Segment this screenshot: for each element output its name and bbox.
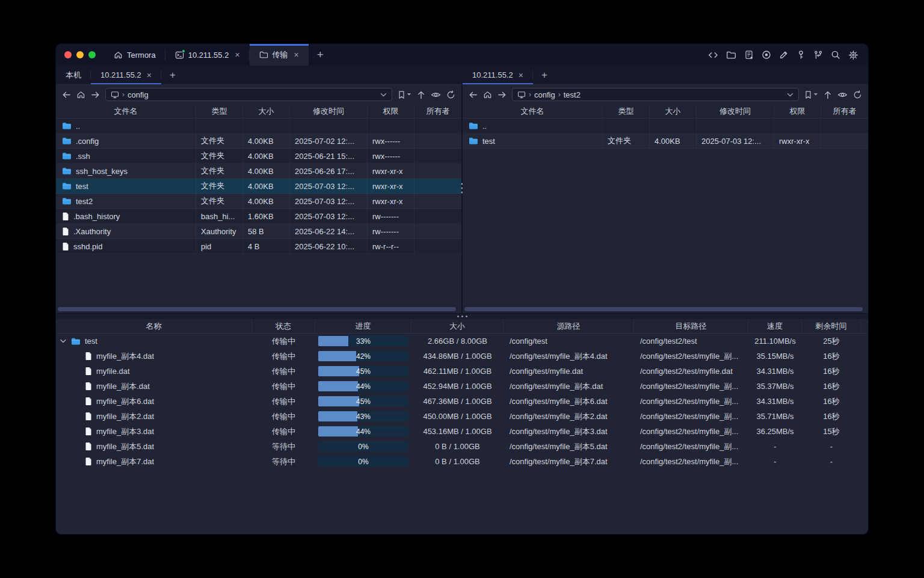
path-segment[interactable]: test2: [564, 90, 581, 99]
table-row[interactable]: ..: [463, 119, 868, 134]
table-row[interactable]: sshd.pid pid 4 B 2025-06-22 10:... rw-r-…: [56, 239, 461, 254]
transfer-row[interactable]: myfile_副本2.dat 传输中 43% 450.00MB / 1.00GB…: [56, 409, 868, 424]
bookmark-icon[interactable]: [398, 90, 405, 99]
transfer-row[interactable]: test 传输中 33% 2.66GB / 8.00GB /config/tes…: [56, 334, 868, 349]
table-row[interactable]: .config 文件夹 4.00KB 2025-07-02 12:... rwx…: [56, 134, 461, 149]
column-header-filename[interactable]: 文件名: [463, 104, 603, 118]
cell-source: /config/test/myfile_副本4.dat: [504, 349, 634, 364]
record-icon[interactable]: [762, 50, 771, 60]
left-horizontal-scrollbar[interactable]: [58, 307, 456, 311]
tab-transfer[interactable]: 传输 ×: [250, 44, 309, 66]
column-header-source[interactable]: 源路径: [504, 319, 634, 333]
expand-chevron-icon[interactable]: [60, 339, 67, 343]
left-path-breadcrumb[interactable]: › config: [105, 88, 392, 101]
table-row[interactable]: test 文件夹 4.00KB 2025-07-03 12:... rwxr-x…: [56, 179, 461, 194]
new-tab-button[interactable]: +: [309, 44, 332, 66]
table-row[interactable]: test 文件夹 4.00KB 2025-07-03 12:... rwxr-x…: [463, 134, 868, 149]
back-icon[interactable]: [62, 91, 71, 99]
column-header-size[interactable]: 大小: [411, 319, 504, 333]
refresh-icon[interactable]: [853, 90, 862, 99]
transfer-splitter[interactable]: [56, 313, 868, 319]
forward-icon[interactable]: [91, 91, 100, 99]
close-tab-icon[interactable]: ×: [147, 70, 152, 80]
column-header-filename[interactable]: 文件名: [56, 104, 196, 118]
log-icon[interactable]: [744, 50, 754, 60]
close-window-button[interactable]: [64, 51, 72, 58]
cell-owner: [821, 134, 868, 149]
show-hidden-eye-icon[interactable]: [837, 91, 848, 99]
minimize-window-button[interactable]: [76, 51, 84, 58]
bookmark-dropdown-icon[interactable]: [407, 93, 411, 96]
chevron-down-icon[interactable]: [380, 93, 387, 97]
table-row[interactable]: test2 文件夹 4.00KB 2025-07-03 12:... rwxr-…: [56, 194, 461, 209]
zoom-window-button[interactable]: [88, 51, 96, 58]
column-header-mtime[interactable]: 修改时间: [697, 104, 774, 118]
refresh-icon[interactable]: [446, 90, 455, 99]
path-segment[interactable]: config: [128, 90, 149, 99]
transfer-row[interactable]: myfile_副本7.dat 等待中 0% 0 B / 1.00GB /conf…: [56, 454, 868, 469]
transfer-row[interactable]: myfile_副本5.dat 等待中 0% 0 B / 1.00GB /conf…: [56, 439, 868, 454]
transfer-row[interactable]: myfile_副本.dat 传输中 44% 452.94MB / 1.00GB …: [56, 379, 868, 394]
cell-perm: rwx------: [368, 134, 414, 149]
column-header-progress[interactable]: 进度: [315, 319, 411, 333]
forward-icon[interactable]: [497, 91, 507, 99]
column-header-size[interactable]: 大小: [650, 104, 697, 118]
bookmark-icon[interactable]: [804, 90, 812, 99]
chevron-down-icon[interactable]: [787, 93, 793, 97]
table-row[interactable]: .bash_history bash_hi... 1.60KB 2025-07-…: [56, 209, 461, 224]
new-panel-tab-button[interactable]: +: [533, 66, 556, 84]
path-segment[interactable]: config: [534, 90, 555, 99]
search-icon[interactable]: [831, 50, 840, 60]
bookmark-dropdown-icon[interactable]: [813, 93, 818, 96]
column-header-owner[interactable]: 所有者: [414, 104, 461, 118]
tab-termora[interactable]: Termora: [104, 44, 165, 66]
folder-icon[interactable]: [726, 51, 736, 60]
tab-remote-10-211-55-2[interactable]: 10.211.55.2 ×: [463, 66, 533, 84]
column-header-mtime[interactable]: 修改时间: [290, 104, 368, 118]
parent-directory-icon[interactable]: [824, 90, 832, 99]
table-row[interactable]: .ssh 文件夹 4.00KB 2025-06-21 15:... rwx---…: [56, 149, 461, 164]
column-header-perm[interactable]: 权限: [368, 104, 414, 118]
back-icon[interactable]: [469, 91, 478, 99]
close-tab-icon[interactable]: ×: [294, 50, 299, 60]
column-header-type[interactable]: 类型: [603, 104, 650, 118]
column-header-name[interactable]: 名称: [56, 319, 252, 333]
file-icon: [62, 212, 69, 221]
new-panel-tab-button[interactable]: +: [161, 66, 184, 84]
edit-icon[interactable]: [779, 50, 789, 60]
tab-remote-10-211-55-2[interactable]: 10.211.55.2 ×: [91, 66, 161, 84]
column-header-eta[interactable]: 剩余时间: [802, 319, 861, 333]
column-header-size[interactable]: 大小: [243, 104, 290, 118]
code-icon[interactable]: [708, 51, 718, 60]
show-hidden-eye-icon[interactable]: [431, 91, 441, 99]
home-icon[interactable]: [76, 90, 85, 99]
cell-target: /config/test2/test: [634, 334, 748, 349]
right-horizontal-scrollbar[interactable]: [464, 307, 863, 311]
cell-size: 462.11MB / 1.00GB: [411, 364, 504, 379]
tab-local[interactable]: 本机: [56, 66, 91, 84]
transfer-row[interactable]: myfile_副本3.dat 传输中 44% 453.16MB / 1.00GB…: [56, 424, 868, 439]
close-tab-icon[interactable]: ×: [235, 50, 239, 60]
transfer-row[interactable]: myfile_副本6.dat 传输中 45% 467.36MB / 1.00GB…: [56, 394, 868, 409]
table-row[interactable]: ssh_host_keys 文件夹 4.00KB 2025-06-26 17:.…: [56, 164, 461, 179]
column-header-target[interactable]: 目标路径: [634, 319, 748, 333]
branch-icon[interactable]: [813, 50, 823, 60]
table-row[interactable]: .Xauthority Xauthority 58 B 2025-06-22 1…: [56, 224, 461, 239]
transfer-row[interactable]: myfile_副本4.dat 传输中 42% 434.86MB / 1.00GB…: [56, 349, 868, 364]
table-row[interactable]: ..: [56, 119, 461, 134]
cell-owner: [414, 239, 461, 254]
settings-gear-icon[interactable]: [848, 50, 858, 60]
transfer-row[interactable]: myfile.dat 传输中 45% 462.11MB / 1.00GB /co…: [56, 364, 868, 379]
cell-mtime: [290, 119, 368, 134]
column-header-speed[interactable]: 速度: [748, 319, 802, 333]
right-path-breadcrumb[interactable]: › config › test2: [512, 88, 799, 101]
column-header-perm[interactable]: 权限: [774, 104, 821, 118]
home-icon[interactable]: [483, 90, 492, 99]
tab-ssh-10-211-55-2[interactable]: 10.211.55.2 ×: [165, 44, 250, 66]
key-icon[interactable]: [796, 50, 805, 60]
column-header-owner[interactable]: 所有者: [821, 104, 868, 118]
parent-directory-icon[interactable]: [417, 90, 425, 99]
close-tab-icon[interactable]: ×: [519, 70, 523, 80]
column-header-type[interactable]: 类型: [196, 104, 243, 118]
column-header-status[interactable]: 状态: [252, 319, 315, 333]
